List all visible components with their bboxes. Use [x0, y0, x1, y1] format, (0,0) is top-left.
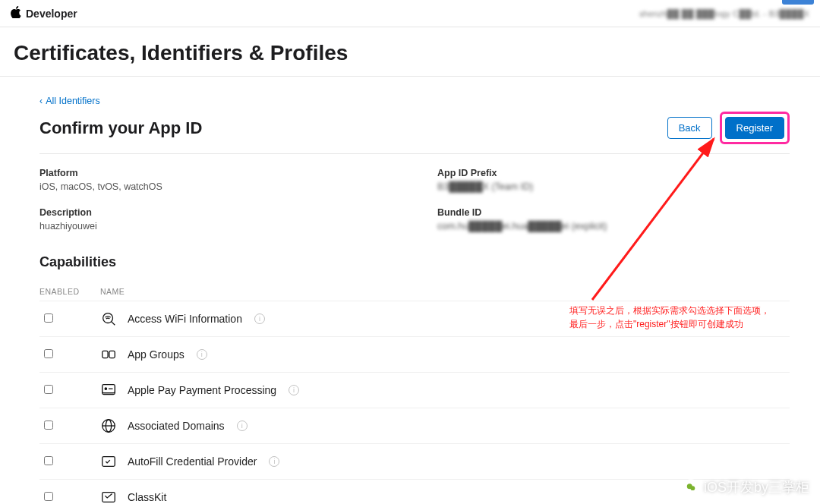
capability-row: Apple Pay Payment Processing i: [39, 372, 790, 408]
capability-name: Access WiFi Information: [128, 313, 242, 325]
capability-checkbox[interactable]: [44, 421, 53, 430]
confirm-header-row: Confirm your App ID Back Register: [39, 112, 790, 154]
brand-text: Developer: [26, 8, 77, 20]
prefix-value: B3█████X (Team ID): [437, 181, 790, 192]
main-content: ‹ All Identifiers Confirm your App ID Ba…: [0, 77, 820, 504]
description-label: Description: [39, 207, 392, 218]
bundle-field: Bundle ID com.hu█████ei.hua█████ei (expl…: [437, 207, 790, 232]
bundle-label: Bundle ID: [437, 207, 790, 218]
classkit-icon: [100, 489, 117, 504]
svg-line-1: [112, 322, 115, 326]
info-icon[interactable]: i: [197, 349, 207, 360]
capability-row: Associated Domains i: [39, 408, 790, 443]
col-enabled: ENABLED: [39, 287, 100, 296]
capability-checkbox[interactable]: [44, 492, 53, 501]
prefix-label: App ID Prefix: [437, 168, 790, 178]
svg-point-15: [690, 486, 695, 490]
capability-name: AutoFill Credential Provider: [128, 455, 257, 468]
capability-checkbox[interactable]: [44, 385, 53, 394]
capability-checkbox[interactable]: [44, 349, 53, 358]
app-groups-icon: [100, 346, 117, 363]
info-icon[interactable]: i: [237, 421, 248, 431]
svg-rect-2: [102, 351, 108, 358]
bundle-value: com.hu█████ei.hua█████ei (explicit): [437, 221, 790, 232]
col-name: NAME: [100, 287, 790, 296]
register-button[interactable]: Register: [725, 117, 784, 139]
language-indicator: [782, 0, 814, 5]
prefix-field: App ID Prefix B3█████X (Team ID): [437, 168, 790, 192]
back-button[interactable]: Back: [667, 117, 712, 139]
capabilities-title: Capabilities: [39, 254, 790, 270]
global-header: Developer shenzh██ ██ ███logy C██td. - B…: [0, 0, 820, 27]
info-icon[interactable]: i: [269, 456, 279, 467]
svg-rect-3: [109, 351, 115, 358]
confirm-title: Confirm your App ID: [39, 118, 202, 138]
capability-name: Associated Domains: [128, 420, 225, 432]
team-name[interactable]: shenzh██ ██ ███logy C██td. - B3████X: [639, 9, 809, 18]
description-value: huazhiyouwei: [39, 221, 392, 232]
app-id-summary: Platform iOS, macOS, tvOS, watchOS App I…: [39, 154, 790, 238]
platform-field: Platform iOS, macOS, tvOS, watchOS: [39, 168, 392, 192]
capability-name: Apple Pay Payment Processing: [128, 384, 276, 396]
page-title: Certificates, Identifiers & Profiles: [0, 27, 820, 77]
action-buttons: Back Register: [667, 112, 790, 144]
chevron-left-icon: ‹: [39, 96, 43, 106]
info-icon[interactable]: i: [289, 385, 299, 395]
back-all-identifiers-link[interactable]: ‹ All Identifiers: [39, 96, 100, 106]
description-field: Description huazhiyouwei: [39, 207, 392, 232]
wechat-icon: [683, 479, 699, 496]
capability-row: AutoFill Credential Provider i: [39, 443, 790, 479]
apple-pay-icon: [100, 382, 117, 398]
info-icon[interactable]: i: [254, 313, 265, 324]
capability-row: ClassKit: [39, 479, 790, 504]
capability-row: App Groups i: [39, 336, 790, 372]
capability-checkbox[interactable]: [44, 456, 53, 465]
brand[interactable]: Developer: [11, 6, 77, 20]
svg-point-6: [105, 388, 106, 389]
platform-label: Platform: [39, 168, 392, 178]
wifi-icon: [100, 310, 117, 327]
annotation-highlight-box: Register: [720, 112, 790, 144]
watermark: iOS开发by三掌柜: [683, 478, 809, 496]
apple-logo-icon: [11, 6, 21, 20]
capabilities-header: ENABLED NAME: [39, 282, 790, 301]
globe-icon: [100, 417, 117, 434]
annotation-text: 填写无误之后，根据实际需求勾选选择下面选项， 最后一步，点击"register"…: [569, 304, 770, 331]
capability-name: ClassKit: [128, 491, 166, 503]
capability-name: App Groups: [128, 348, 184, 361]
capability-checkbox[interactable]: [44, 313, 53, 323]
platform-value: iOS, macOS, tvOS, watchOS: [39, 181, 392, 192]
autofill-icon: [100, 453, 117, 470]
